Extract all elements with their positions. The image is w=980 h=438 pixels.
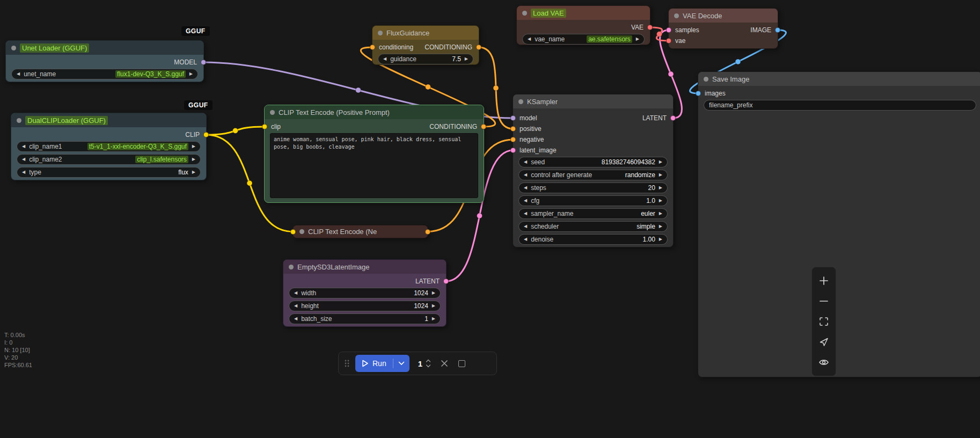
widget-guidance[interactable]: ◀guidance7.5▶ [378, 54, 473, 64]
collapse-toggle-icon[interactable] [522, 11, 527, 16]
decrement-arrow-icon[interactable]: ◀ [524, 224, 527, 229]
increment-arrow-icon[interactable]: ▶ [659, 224, 662, 229]
conditioning-input-port[interactable] [370, 45, 375, 50]
widget-vae_name[interactable]: ◀vae_nameae.safetensors▶ [522, 34, 645, 45]
LATENT-output-port[interactable] [443, 279, 449, 284]
prompt-textarea[interactable] [270, 133, 478, 198]
node-save-image[interactable]: Save Imageimagesfilename_prefix [698, 71, 980, 377]
decrement-arrow-icon[interactable]: ◀ [524, 173, 527, 177]
node-header[interactable]: Unet Loader (GGUF) [6, 41, 203, 55]
node-header[interactable]: Load VAE [517, 6, 650, 20]
increment-arrow-icon[interactable]: ▶ [659, 186, 662, 190]
decrement-arrow-icon[interactable]: ◀ [22, 170, 25, 174]
model-input-port[interactable] [510, 115, 516, 121]
latent_image-input-port[interactable] [510, 148, 516, 153]
decrement-arrow-icon[interactable]: ◀ [524, 186, 527, 190]
increment-arrow-icon[interactable]: ▶ [432, 291, 435, 295]
decrement-arrow-icon[interactable]: ◀ [294, 304, 297, 308]
node-header[interactable]: FluxGuidance [372, 26, 479, 40]
widget-type[interactable]: ◀typeflux▶ [17, 167, 201, 178]
images-input-port[interactable] [696, 91, 701, 96]
increment-arrow-icon[interactable]: ▶ [192, 170, 195, 174]
fit-view-button[interactable] [814, 311, 833, 332]
collapse-toggle-icon[interactable] [270, 110, 275, 115]
collapse-toggle-icon[interactable] [299, 229, 304, 234]
node-header[interactable]: Save Image [698, 72, 980, 86]
widget-seed[interactable]: ◀seed819382746094382▶ [518, 157, 668, 167]
widget-control-after-generate[interactable]: ◀control after generaterandomize▶ [518, 170, 668, 180]
batch-count-value[interactable]: 1 [418, 359, 422, 368]
increment-arrow-icon[interactable]: ▶ [659, 160, 662, 164]
toggle-visibility-button[interactable] [814, 352, 833, 373]
collapse-toggle-icon[interactable] [674, 13, 679, 18]
node-vae-decode[interactable]: VAE DecodesamplesIMAGEvae [668, 8, 778, 49]
stop-button[interactable] [458, 360, 465, 367]
increment-arrow-icon[interactable]: ▶ [189, 72, 193, 76]
node-clip-text-encode-negative[interactable]: CLIP Text Encode (Ne [292, 225, 428, 238]
collapse-toggle-icon[interactable] [518, 99, 523, 104]
decrement-arrow-icon[interactable]: ◀ [294, 291, 297, 295]
in-input-port[interactable] [290, 229, 296, 235]
node-ksampler[interactable]: KSamplermodelLATENTpositivenegativelaten… [513, 94, 674, 247]
out-output-port[interactable] [425, 229, 430, 235]
CLIP-output-port[interactable] [203, 132, 209, 137]
drag-handle-icon[interactable] [344, 359, 350, 368]
LATENT-output-port[interactable] [670, 115, 676, 121]
collapse-toggle-icon[interactable] [704, 77, 708, 82]
run-options-chevron[interactable] [393, 361, 409, 366]
decrement-arrow-icon[interactable]: ◀ [528, 37, 531, 41]
widget-unet_name[interactable]: ◀unet_nameflux1-dev-Q3_K_S.gguf▶ [11, 69, 198, 79]
increment-arrow-icon[interactable]: ▶ [465, 57, 468, 61]
increment-arrow-icon[interactable]: ▶ [659, 237, 662, 242]
run-button-main[interactable]: Run [355, 359, 393, 368]
CONDITIONING-output-port[interactable] [481, 124, 486, 129]
zoom-in-button[interactable] [814, 271, 833, 291]
negative-input-port[interactable] [510, 137, 516, 142]
increment-arrow-icon[interactable]: ▶ [192, 144, 195, 149]
collapse-toggle-icon[interactable] [289, 265, 294, 269]
decrement-arrow-icon[interactable]: ◀ [524, 160, 527, 164]
widget-cfg[interactable]: ◀cfg1.0▶ [518, 195, 668, 206]
increment-arrow-icon[interactable]: ▶ [432, 304, 435, 308]
navigate-button[interactable] [814, 332, 833, 352]
node-header[interactable]: VAE Decode [669, 9, 778, 23]
increment-arrow-icon[interactable]: ▶ [659, 173, 662, 177]
decrement-arrow-icon[interactable]: ◀ [17, 72, 20, 76]
CONDITIONING-output-port[interactable] [476, 45, 481, 50]
increment-arrow-icon[interactable]: ▶ [659, 211, 662, 216]
zoom-out-button[interactable] [814, 291, 833, 311]
increment-arrow-icon[interactable]: ▶ [432, 317, 435, 321]
collapse-toggle-icon[interactable] [11, 46, 16, 50]
node-header[interactable]: EmptySD3LatentImage [283, 260, 446, 274]
collapse-toggle-icon[interactable] [378, 31, 383, 35]
collapse-toggle-icon[interactable] [17, 118, 21, 123]
node-header[interactable]: DualCLIPLoader (GGUF) [11, 113, 206, 127]
widget-height[interactable]: ◀height1024▶ [289, 301, 441, 311]
vae-input-port[interactable] [666, 38, 671, 43]
widget-filename_prefix[interactable]: filename_prefix [704, 100, 976, 111]
increment-arrow-icon[interactable]: ▶ [659, 199, 662, 203]
widget-width[interactable]: ◀width1024▶ [289, 288, 441, 298]
samples-input-port[interactable] [666, 27, 671, 33]
node-graph-canvas[interactable]: Unet Loader (GGUF)MODEL◀unet_nameflux1-d… [0, 0, 980, 438]
MODEL-output-port[interactable] [201, 60, 206, 65]
batch-count-stepper[interactable] [426, 359, 431, 368]
decrement-arrow-icon[interactable]: ◀ [22, 144, 25, 149]
cancel-button[interactable] [441, 360, 448, 367]
node-empty-sd3-latent[interactable]: EmptySD3LatentImageLATENT◀width1024▶◀hei… [283, 259, 447, 327]
run-button[interactable]: Run [355, 355, 409, 372]
decrement-arrow-icon[interactable]: ◀ [383, 57, 386, 61]
widget-clip_name2[interactable]: ◀clip_name2clip_l.safetensors▶ [17, 154, 201, 165]
node-flux-guidance[interactable]: FluxGuidanceconditioningCONDITIONING◀gui… [372, 25, 479, 65]
decrement-arrow-icon[interactable]: ◀ [22, 157, 25, 162]
widget-clip_name1[interactable]: ◀clip_name1t5-v1_1-xxl-encoder-Q3_K_S.gg… [17, 141, 201, 152]
positive-input-port[interactable] [510, 126, 516, 132]
widget-batch_size[interactable]: ◀batch_size1▶ [289, 313, 441, 324]
decrement-arrow-icon[interactable]: ◀ [524, 211, 527, 216]
node-dual-clip-loader[interactable]: DualCLIPLoader (GGUF)CLIP◀clip_name1t5-v… [11, 113, 207, 180]
widget-scheduler[interactable]: ◀schedulersimple▶ [518, 221, 668, 232]
widget-steps[interactable]: ◀steps20▶ [518, 182, 668, 193]
VAE-output-port[interactable] [647, 25, 653, 30]
widget-sampler_name[interactable]: ◀sampler_nameeuler▶ [518, 208, 668, 219]
clip-input-port[interactable] [262, 124, 267, 129]
